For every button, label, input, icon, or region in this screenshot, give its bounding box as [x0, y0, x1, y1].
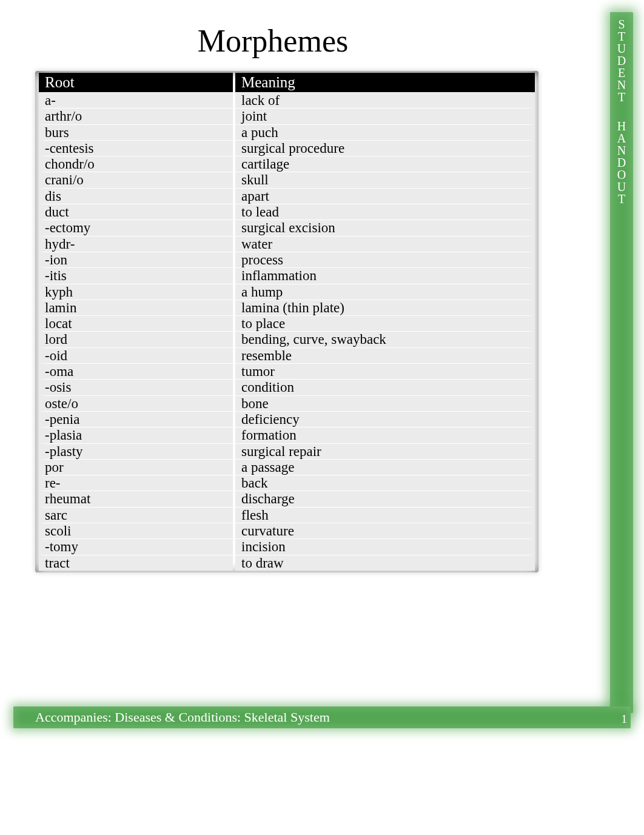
morpheme-table-wrapper: Root Meaning a-lack ofarthr/ojointbursa … [35, 71, 538, 572]
cell-meaning: tumor [235, 364, 535, 379]
cell-meaning: water [235, 236, 535, 252]
sidebar-letter: S [610, 18, 633, 30]
cell-meaning: lamina (thin plate) [235, 300, 535, 315]
table-row: bursa puch [39, 125, 535, 140]
header-meaning: Meaning [235, 73, 535, 92]
cell-meaning: to draw [235, 555, 535, 571]
cell-root: -osis [39, 380, 233, 395]
cell-root: a- [39, 93, 233, 108]
cell-root: -ectomy [39, 220, 233, 235]
table-row: hydr-water [39, 236, 535, 252]
table-row: -ionprocess [39, 252, 535, 267]
table-row: -tomyincision [39, 539, 535, 554]
cell-root: duct [39, 204, 233, 220]
cell-root: crani/o [39, 172, 233, 187]
cell-root: rheumat [39, 491, 233, 506]
footer-text: Accompanies: Diseases & Conditions: Skel… [35, 709, 330, 725]
cell-root: -oid [39, 348, 233, 363]
cell-root: tract [39, 555, 233, 571]
cell-root: scoli [39, 523, 233, 538]
table-row: disapart [39, 189, 535, 204]
cell-meaning: apart [235, 189, 535, 204]
cell-root: locat [39, 316, 233, 331]
table-row: oste/obone [39, 396, 535, 411]
cell-meaning: resemble [235, 348, 535, 363]
table-row: -oidresemble [39, 348, 535, 363]
table-row: arthr/ojoint [39, 109, 535, 124]
table-row: -peniadeficiency [39, 412, 535, 427]
cell-meaning: to place [235, 316, 535, 331]
table-row: -plasiaformation [39, 428, 535, 443]
table-row: tractto draw [39, 555, 535, 571]
cell-root: dis [39, 189, 233, 204]
cell-meaning: a hump [235, 284, 535, 300]
cell-root: -plasia [39, 428, 233, 443]
sidebar-gap [610, 103, 633, 120]
cell-root: chondr/o [39, 156, 233, 172]
header-root: Root [39, 73, 233, 92]
cell-meaning: flesh [235, 508, 535, 523]
sidebar-letter: E [610, 67, 633, 79]
table-row: lordbending, curve, swayback [39, 332, 535, 347]
table-header-row: Root Meaning [39, 73, 535, 92]
table-row: chondr/ocartilage [39, 156, 535, 172]
cell-root: burs [39, 125, 233, 140]
sidebar-letter: D [610, 156, 633, 169]
table-row: scolicurvature [39, 523, 535, 538]
sidebar-letter: A [610, 132, 633, 144]
cell-meaning: joint [235, 109, 535, 124]
sidebar-label: S T U D E N T H A N D O U T [610, 12, 633, 713]
table-row: -plastysurgical repair [39, 444, 535, 459]
cell-root: -plasty [39, 444, 233, 459]
cell-meaning: incision [235, 539, 535, 554]
table-row: -omatumor [39, 364, 535, 379]
cell-root: -penia [39, 412, 233, 427]
morpheme-table: Root Meaning a-lack ofarthr/ojointbursa … [36, 72, 537, 571]
cell-root: kyph [39, 284, 233, 300]
table-row: sarcflesh [39, 508, 535, 523]
table-row: pora passage [39, 460, 535, 475]
page-number: 1 [622, 713, 628, 726]
cell-root: -itis [39, 268, 233, 283]
cell-meaning: surgical excision [235, 220, 535, 235]
sidebar-letter: T [610, 30, 633, 42]
sidebar-letter: H [610, 120, 633, 132]
sidebar-letter: D [610, 55, 633, 67]
cell-meaning: to lead [235, 204, 535, 220]
footer-bar: Accompanies: Diseases & Conditions: Skel… [13, 706, 631, 728]
sidebar-letter: T [610, 91, 633, 103]
page-container: Morphemes Root Meaning a-lack ofarthr/oj… [0, 0, 644, 835]
table-row: ductto lead [39, 204, 535, 220]
cell-meaning: lack of [235, 93, 535, 108]
table-row: a-lack of [39, 93, 535, 108]
cell-meaning: process [235, 252, 535, 267]
table-row: -ectomysurgical excision [39, 220, 535, 235]
cell-meaning: bending, curve, swayback [235, 332, 535, 347]
sidebar-letter: U [610, 181, 633, 193]
cell-meaning: surgical repair [235, 444, 535, 459]
table-row: -centesissurgical procedure [39, 141, 535, 156]
sidebar-letter: U [610, 42, 633, 55]
sidebar-letter: N [610, 79, 633, 91]
cell-meaning: skull [235, 172, 535, 187]
cell-meaning: surgical procedure [235, 141, 535, 156]
cell-meaning: inflammation [235, 268, 535, 283]
table-row: -itisinflammation [39, 268, 535, 283]
cell-root: por [39, 460, 233, 475]
cell-meaning: formation [235, 428, 535, 443]
sidebar-letter: N [610, 144, 633, 156]
cell-root: -tomy [39, 539, 233, 554]
table-row: locatto place [39, 316, 535, 331]
cell-root: sarc [39, 508, 233, 523]
cell-meaning: discharge [235, 491, 535, 506]
cell-root: lamin [39, 300, 233, 315]
table-row: -osiscondition [39, 380, 535, 395]
table-row: re-back [39, 475, 535, 491]
cell-meaning: a puch [235, 125, 535, 140]
sidebar-letter: T [610, 193, 633, 205]
cell-root: hydr- [39, 236, 233, 252]
cell-meaning: a passage [235, 460, 535, 475]
cell-root: -centesis [39, 141, 233, 156]
cell-root: re- [39, 475, 233, 491]
cell-root: -oma [39, 364, 233, 379]
